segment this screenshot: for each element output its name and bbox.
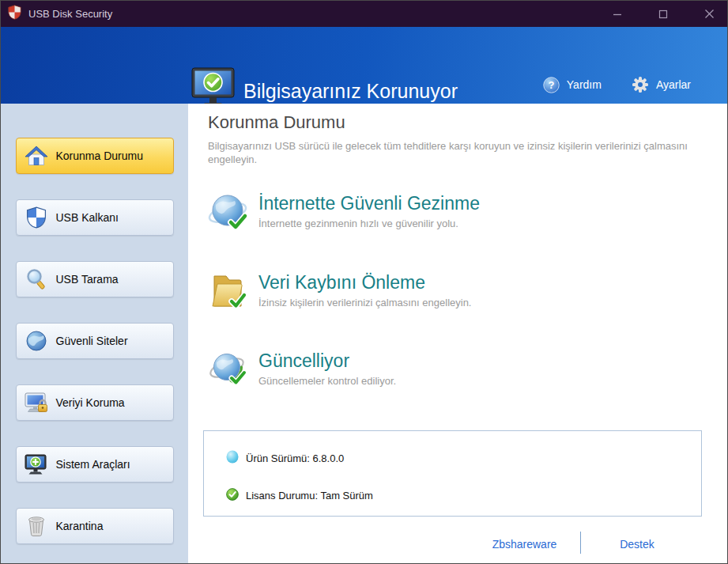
- feature-title: Veri Kaybını Önleme: [258, 271, 471, 293]
- help-icon: ?: [543, 77, 560, 93]
- scan-magnifier-icon: [24, 268, 49, 290]
- feature-data-loss-prevention: Veri Kaybını Önleme İzinsiz kişilerin ve…: [208, 271, 471, 317]
- protection-status-headline: Bilgisayarınız Korunuyor: [243, 80, 458, 103]
- app-window: USB Disk Security: [0, 0, 728, 564]
- help-button[interactable]: ? Yardım: [543, 76, 602, 93]
- update-globe-icon: [208, 350, 251, 396]
- sidebar-item-usb-shield[interactable]: USB Kalkanı: [16, 199, 174, 236]
- data-lock-monitor-icon: [24, 392, 49, 414]
- svg-text:?: ?: [548, 79, 554, 91]
- feature-subtitle: Güncellemeler kontrol ediliyor.: [258, 375, 396, 387]
- system-tools-monitor-icon: [24, 454, 49, 475]
- sidebar-item-usb-scan[interactable]: USB Tarama: [16, 261, 174, 297]
- status-info-box: Ürün Sürümü: 6.8.0.0 Lisans Durumu: Tam …: [203, 430, 702, 517]
- sidebar-item-safe-sites[interactable]: Güvenli Siteler: [16, 323, 174, 359]
- settings-label: Ayarlar: [656, 78, 691, 91]
- globe-icon: [24, 330, 49, 352]
- quarantine-trash-icon: [24, 515, 49, 537]
- maximize-icon: [658, 9, 668, 19]
- close-button[interactable]: [691, 1, 727, 27]
- feature-safe-browsing: İnternette Güvenli Gezinme İnternette ge…: [208, 192, 480, 238]
- footer-divider: [580, 532, 581, 554]
- page-title: Korunma Durumu: [208, 112, 345, 133]
- sidebar-item-data-protection[interactable]: Veriyi Koruma: [16, 384, 174, 421]
- gear-icon: [632, 76, 649, 93]
- zbshareware-link[interactable]: Zbshareware: [479, 538, 570, 551]
- safe-browsing-globe-icon: [208, 192, 251, 238]
- header-actions: ? Yardım Ayarlar: [543, 76, 691, 93]
- title-bar: USB Disk Security: [1, 1, 727, 27]
- usb-shield-icon: [24, 206, 49, 229]
- window-controls: [599, 1, 727, 27]
- support-link[interactable]: Destek: [609, 538, 666, 551]
- product-version-row: Ürün Sürümü: 6.8.0.0: [226, 450, 344, 466]
- version-orb-icon: [226, 450, 239, 466]
- feature-subtitle: İnternette gezinmenin hızlı ve güvenilir…: [258, 218, 480, 229]
- feature-subtitle: İzinsiz kişilerin verilerinizi çalmasını…: [258, 297, 471, 308]
- license-status-text: Lisans Durumu: Tam Sürüm: [246, 490, 373, 502]
- folder-check-icon: [208, 271, 251, 317]
- product-version-text: Ürün Sürümü: 6.8.0.0: [246, 452, 344, 464]
- minimize-icon: [613, 9, 622, 19]
- feature-title: İnternette Güvenli Gezinme: [258, 192, 480, 214]
- settings-button[interactable]: Ayarlar: [632, 76, 691, 93]
- feature-title: Güncelliyor: [258, 350, 396, 372]
- main-panel: Korunma Durumu Bilgisayarınızı USB sürüc…: [188, 104, 727, 563]
- close-icon: [704, 9, 715, 19]
- maximize-button[interactable]: [645, 1, 681, 27]
- window-title: USB Disk Security: [28, 8, 112, 20]
- feature-updating: Güncelliyor Güncellemeler kontrol ediliy…: [208, 350, 396, 396]
- license-check-icon: [226, 488, 239, 503]
- sidebar-item-system-tools[interactable]: Sistem Araçları: [16, 446, 174, 483]
- page-description: Bilgisayarınızı USB sürücü ile gelecek t…: [208, 140, 720, 166]
- app-header: Bilgisayarınız Korunuyor ? Yardım: [1, 27, 727, 104]
- sidebar: Korunma Durumu USB Kalkanı: [1, 104, 188, 563]
- minimize-button[interactable]: [599, 1, 636, 27]
- app-logo-shield-icon: [8, 5, 21, 23]
- sidebar-item-quarantine[interactable]: Karantina: [16, 508, 174, 544]
- sidebar-item-protection-status[interactable]: Korunma Durumu: [16, 138, 174, 174]
- home-icon: [24, 145, 49, 167]
- help-label: Yardım: [567, 78, 602, 91]
- license-status-row: Lisans Durumu: Tam Sürüm: [226, 488, 373, 503]
